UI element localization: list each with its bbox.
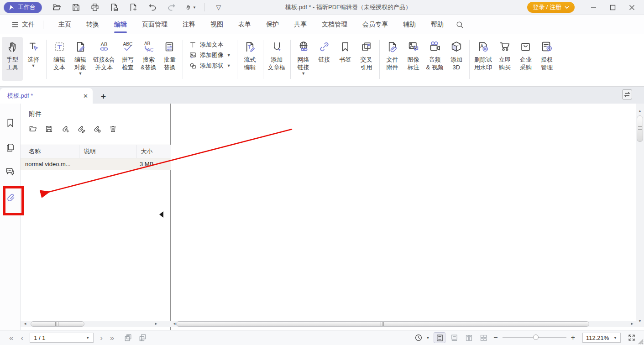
scroll-left-icon[interactable]: ◄ xyxy=(173,321,176,327)
zoom-slider-thumb[interactable] xyxy=(533,335,539,340)
menu-home[interactable]: 主页 xyxy=(58,16,71,34)
open-file-icon[interactable] xyxy=(51,2,62,13)
delete-page-icon[interactable] xyxy=(109,2,120,13)
login-register-button[interactable]: 登录 / 注册 xyxy=(527,2,575,13)
ribbon-button-spell-check[interactable]: ABC 拼写 检查 xyxy=(117,37,138,71)
close-tab-icon[interactable]: ✕ xyxy=(83,93,88,99)
ribbon-button-link-join-text[interactable]: AB 链接&合 并文本 xyxy=(91,37,117,71)
close-button[interactable] xyxy=(625,2,639,13)
scrollbar-thumb[interactable] xyxy=(637,115,643,142)
zoom-slider-track[interactable] xyxy=(503,337,566,338)
ribbon-button-web-link[interactable]: 网络 链接▼ xyxy=(293,37,314,76)
ribbon-button-bookmark[interactable]: 书签 xyxy=(335,37,356,63)
ribbon-button-flow-edit[interactable]: 流式 编辑 xyxy=(240,37,261,71)
menu-edit[interactable]: 编辑 xyxy=(114,16,127,34)
scrollbar-thumb[interactable] xyxy=(176,321,589,327)
ribbon-button-add-shape[interactable]: 添加形状 ▼ xyxy=(189,62,231,70)
fullscreen-icon[interactable] xyxy=(626,332,638,343)
new-tab-button[interactable]: + xyxy=(101,92,106,100)
collapse-panel-arrow[interactable] xyxy=(159,211,163,218)
menu-accessibility[interactable]: 辅助 xyxy=(403,16,416,34)
document-vertical-scrollbar[interactable]: ▲ ▼ xyxy=(636,104,644,327)
open-attachment-icon[interactable] xyxy=(28,124,38,134)
ribbon-button-add-3d[interactable]: 添加 3D xyxy=(446,37,467,71)
ribbon-button-edit-text[interactable]: 编辑 文本 xyxy=(49,37,70,71)
ribbon-button-edit-object[interactable]: 编辑 对象▼ xyxy=(70,37,91,76)
last-page-icon[interactable]: » xyxy=(106,334,118,342)
scroll-left-icon[interactable]: ◄ xyxy=(23,321,27,327)
ribbon-button-link[interactable]: 链接 xyxy=(314,37,335,63)
tab-list-icon[interactable] xyxy=(622,89,632,99)
menu-member-exclusive[interactable]: 会员专享 xyxy=(362,16,388,34)
ribbon-button-buy-now[interactable]: 立即 购买 xyxy=(494,37,515,71)
ribbon-button-enterprise-purchase[interactable]: 企业 采购 xyxy=(515,37,536,71)
single-page-view-icon[interactable] xyxy=(434,332,445,343)
pages-panel-icon[interactable] xyxy=(4,141,16,154)
undo-icon[interactable] xyxy=(147,2,158,13)
redo-icon[interactable] xyxy=(166,2,177,13)
menu-comment[interactable]: 注释 xyxy=(183,16,195,34)
hand-pointer-icon[interactable]: ▼ xyxy=(185,2,196,13)
rotate-view-icon[interactable] xyxy=(413,332,424,343)
ribbon-button-add-article-box[interactable]: 添加 文章框 xyxy=(266,37,288,71)
menu-protect[interactable]: 保护 xyxy=(266,16,279,34)
ribbon-button-license-management[interactable]: 授权 管理 xyxy=(536,37,557,71)
print-icon[interactable] xyxy=(89,2,100,13)
customize-toolbar-icon[interactable]: ▽ xyxy=(213,2,224,13)
zoom-level-dropdown[interactable]: 112.21% ▼ xyxy=(582,333,621,343)
ribbon-button-file-attachment[interactable]: 文件 附件 xyxy=(382,37,403,71)
zoom-out-icon[interactable]: − xyxy=(493,334,497,342)
previous-page-icon[interactable]: ‹ xyxy=(17,334,27,342)
scroll-right-icon[interactable]: ► xyxy=(154,321,158,327)
attachment-settings-icon[interactable] xyxy=(92,124,102,134)
continuous-view-icon[interactable] xyxy=(448,332,460,343)
dropdown-caret-icon[interactable]: ▼ xyxy=(426,336,429,340)
menu-form[interactable]: 表单 xyxy=(238,16,251,34)
add-page-icon[interactable] xyxy=(128,2,139,13)
two-page-continuous-view-icon[interactable] xyxy=(477,332,489,343)
column-header-size[interactable]: 大小 xyxy=(136,145,171,158)
ribbon-button-batch-replace[interactable]: 批量 替换 xyxy=(159,37,180,71)
menu-share[interactable]: 共享 xyxy=(294,16,307,34)
maximize-button[interactable] xyxy=(606,2,619,13)
edit-attachment-icon[interactable] xyxy=(76,124,86,134)
menu-convert[interactable]: 转换 xyxy=(86,16,99,34)
save-attachment-icon[interactable] xyxy=(44,124,54,134)
search-icon[interactable] xyxy=(456,21,464,29)
two-page-view-icon[interactable] xyxy=(463,332,475,343)
column-header-name[interactable]: 名称 xyxy=(21,145,79,158)
document-tab[interactable]: 模板.pdf * ✕ xyxy=(0,88,93,104)
ribbon-button-select[interactable]: 选择 ▼ xyxy=(23,37,44,68)
menu-page-management[interactable]: 页面管理 xyxy=(142,16,168,34)
ribbon-button-audio-video[interactable]: 音频 & 视频 xyxy=(424,37,446,71)
ribbon-button-hand-tool[interactable]: 手型 工具 xyxy=(2,37,23,81)
ribbon-button-search-replace[interactable]: ABAC 搜索 &替换 xyxy=(138,37,159,71)
workbench-button[interactable]: 工作台 xyxy=(4,2,42,13)
scroll-down-icon[interactable]: ▼ xyxy=(638,318,642,324)
column-header-description[interactable]: 说明 xyxy=(79,145,136,158)
panel-horizontal-scrollbar[interactable]: ◄ ► xyxy=(21,321,171,327)
ribbon-button-add-image[interactable]: 添加图像 ▼ xyxy=(189,51,231,59)
minimize-button[interactable] xyxy=(586,2,600,13)
page-number-dropdown[interactable]: 1 / 1 ▼ xyxy=(30,333,94,343)
next-page-icon[interactable]: › xyxy=(96,334,106,342)
document-horizontal-scrollbar[interactable]: ◄ ► xyxy=(171,321,636,327)
scroll-right-icon[interactable]: ► xyxy=(630,321,634,327)
next-view-icon[interactable] xyxy=(137,332,149,343)
attachment-row[interactable]: normal video.m... 3 MB xyxy=(21,158,171,170)
save-icon[interactable] xyxy=(70,2,81,13)
first-page-icon[interactable]: « xyxy=(5,334,17,342)
ribbon-button-add-text[interactable]: 添加文本 xyxy=(189,41,231,49)
menu-file[interactable]: 文件 xyxy=(12,21,43,29)
add-attachment-icon[interactable] xyxy=(60,124,70,134)
document-page[interactable] xyxy=(171,104,636,321)
ribbon-button-remove-trial-watermark[interactable]: A 删除试 用水印 xyxy=(472,37,494,71)
scroll-up-icon[interactable]: ▲ xyxy=(638,108,642,115)
delete-attachment-icon[interactable] xyxy=(108,124,118,134)
bookmarks-panel-icon[interactable] xyxy=(4,116,16,129)
menu-document-management[interactable]: 文档管理 xyxy=(322,16,347,34)
menu-view[interactable]: 视图 xyxy=(210,16,223,34)
zoom-in-icon[interactable]: + xyxy=(571,334,575,342)
ribbon-button-image-annotation[interactable]: 图像 标注 xyxy=(403,37,424,71)
menu-help[interactable]: 帮助 xyxy=(431,16,444,34)
